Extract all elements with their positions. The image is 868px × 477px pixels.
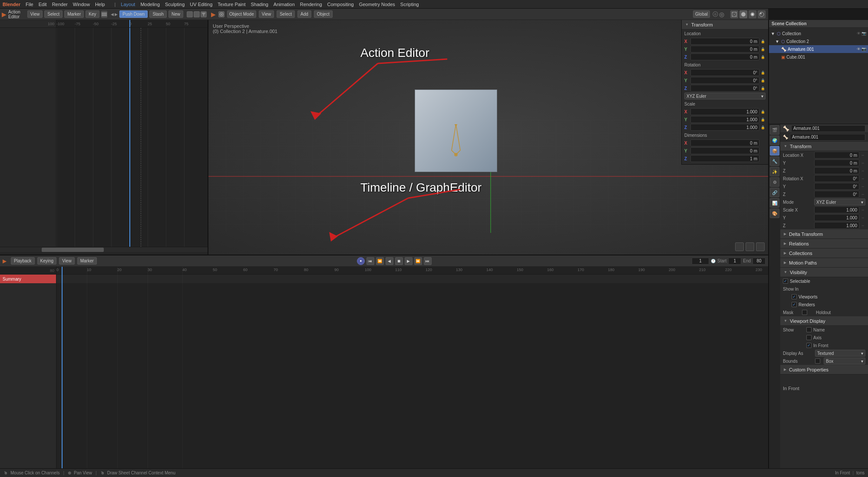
- stop-btn[interactable]: ⏹: [395, 257, 403, 265]
- ae-icon1[interactable]: [187, 11, 193, 17]
- name-checkbox[interactable]: [806, 327, 812, 332]
- mask-checkbox[interactable]: [802, 310, 807, 315]
- xyz-euler-dropdown[interactable]: XYZ Euler ▾: [684, 93, 766, 99]
- loc-x-lock[interactable]: 🔒: [760, 38, 766, 45]
- scale-x-lock[interactable]: 🔒: [760, 108, 766, 115]
- jump-start-btn[interactable]: ⏮: [366, 257, 374, 265]
- rot-z-value[interactable]: 0°: [690, 85, 759, 92]
- obj-rot-x-lock[interactable]: ↔: [860, 175, 865, 182]
- ae-filter-icon[interactable]: [201, 11, 207, 17]
- bounds-checkbox[interactable]: [815, 358, 820, 364]
- obj-rot-y-val[interactable]: 0°: [814, 183, 859, 190]
- loc-z-lock[interactable]: 🔒: [760, 53, 766, 60]
- ae-select-btn[interactable]: Select: [44, 10, 63, 18]
- menu-rendering[interactable]: Rendering: [300, 2, 322, 7]
- menu-modeling[interactable]: Modeling: [140, 2, 160, 7]
- jump-prev-btn[interactable]: ⏪: [376, 257, 384, 265]
- ae-marker-btn[interactable]: Marker: [64, 10, 84, 18]
- scale-x-value[interactable]: 1.000: [690, 108, 759, 115]
- start-frame-field[interactable]: 1: [728, 258, 741, 265]
- ae-new-btn[interactable]: New: [168, 10, 183, 18]
- obj-loc-z-val[interactable]: 0 m: [814, 167, 859, 174]
- vp-object-btn[interactable]: Object: [314, 10, 333, 18]
- eye-icon[interactable]: 👁: [857, 31, 861, 36]
- prop-physics-icon[interactable]: ⚙: [770, 177, 779, 187]
- prop-world-icon[interactable]: 🌍: [770, 136, 779, 145]
- transform-section-title[interactable]: ▼ Transform: [682, 20, 768, 30]
- play-reverse-btn[interactable]: ◀: [386, 257, 393, 265]
- camera-icon[interactable]: 📷: [861, 31, 866, 36]
- obj-scale-y-lock[interactable]: ↔: [860, 214, 865, 221]
- menu-window[interactable]: Window: [73, 2, 90, 7]
- timeline-content-area[interactable]: 0 10 20 30 40 50 60 70 80 90 100 110 120…: [56, 267, 768, 477]
- material-preview-icon[interactable]: [749, 10, 756, 18]
- visibility-title[interactable]: ▼ Visibility: [780, 268, 868, 277]
- dim-z-value[interactable]: 1 m: [690, 155, 759, 162]
- scale-z-lock[interactable]: 🔒: [760, 124, 766, 131]
- collections-title[interactable]: ▶ Collections: [780, 248, 868, 258]
- camera-icon-2[interactable]: 📷: [861, 47, 866, 51]
- rot-x-value[interactable]: 0°: [690, 69, 759, 76]
- menu-layout[interactable]: Layout: [121, 2, 135, 7]
- obj-scale-z-lock[interactable]: ↔: [860, 222, 865, 229]
- obj-loc-x-val[interactable]: 0 m: [814, 152, 859, 159]
- menu-uv-editing[interactable]: UV Editing: [190, 2, 212, 7]
- transform-title[interactable]: ▼ Transform: [780, 142, 868, 151]
- ae-options-icon[interactable]: [101, 11, 108, 18]
- action-timeline-area[interactable]: [56, 28, 208, 247]
- obj-loc-y-val[interactable]: 0 m: [814, 159, 859, 166]
- rot-x-lock[interactable]: 🔒: [760, 69, 766, 76]
- solid-view-icon[interactable]: [739, 10, 747, 18]
- scale-y-lock[interactable]: 🔒: [760, 116, 766, 123]
- action-editor-scrollthumb[interactable]: [42, 248, 104, 252]
- object-name-field[interactable]: Armature.001: [791, 125, 865, 132]
- menu-scripting[interactable]: Scripting: [400, 2, 419, 7]
- preview-icon-3[interactable]: [756, 242, 765, 251]
- menu-compositing[interactable]: Compositing: [327, 2, 354, 7]
- ruler-right-area[interactable]: -100 -75 -50 -25 0 25 50 75: [56, 20, 208, 27]
- menu-animation[interactable]: Animation: [274, 2, 295, 7]
- menu-file[interactable]: File: [26, 2, 33, 7]
- obj-loc-y-lock[interactable]: ↔: [860, 159, 865, 166]
- orientation-dropdown[interactable]: Global: [693, 10, 710, 18]
- play-btn[interactable]: ▶: [405, 257, 413, 265]
- selectable-checkbox[interactable]: [783, 278, 788, 284]
- renders-checkbox[interactable]: [792, 302, 797, 307]
- scale-y-value[interactable]: 1.000: [690, 116, 759, 123]
- proportional-edit-icon[interactable]: ◎: [719, 11, 724, 18]
- prop-object-icon[interactable]: 📦: [770, 146, 779, 156]
- loc-y-value[interactable]: 0 m: [690, 46, 759, 53]
- menu-shading[interactable]: Shading: [251, 2, 268, 7]
- custom-props-title[interactable]: ▶ Custom Properties: [780, 365, 868, 374]
- prop-constraints-icon[interactable]: 🔗: [770, 188, 779, 197]
- vp-view-btn[interactable]: View: [259, 10, 274, 18]
- obj-scale-y-val[interactable]: 1.000: [814, 214, 859, 221]
- menu-render[interactable]: Render: [52, 2, 68, 7]
- tree-item-cube[interactable]: ▣ Cube.001: [769, 53, 868, 61]
- object-mode-dropdown[interactable]: Object Mode: [227, 10, 256, 18]
- ae-icon2[interactable]: [194, 11, 200, 17]
- tl-marker-btn[interactable]: Marker: [77, 257, 97, 265]
- ae-push-down-btn[interactable]: Push Down: [119, 10, 148, 18]
- menu-geometry-nodes[interactable]: Geometry Nodes: [359, 2, 395, 7]
- relations-title[interactable]: ▶ Relations: [780, 239, 868, 248]
- ae-key-btn[interactable]: Key: [86, 10, 99, 18]
- tree-item-armature[interactable]: 🦴 Armature.001 👁 📷: [769, 45, 868, 53]
- viewport-3d[interactable]: User Perspective (0) Collection 2 | Arma…: [208, 20, 768, 255]
- obj-loc-z-lock[interactable]: ↔: [860, 167, 865, 174]
- tree-item-collection[interactable]: ▼ ⬡ Collection 👁 📷: [769, 30, 868, 37]
- dim-y-value[interactable]: 0 m: [690, 147, 759, 154]
- rot-y-value[interactable]: 0°: [690, 77, 759, 84]
- scale-z-value[interactable]: 1.000: [690, 124, 759, 131]
- obj-rot-y-lock[interactable]: ↔: [860, 183, 865, 190]
- in-front-checkbox[interactable]: [806, 343, 812, 348]
- action-editor-scrollbar[interactable]: [0, 247, 208, 252]
- viewport-display-title[interactable]: ▼ Viewport Display: [780, 316, 868, 326]
- viewports-checkbox[interactable]: [792, 294, 797, 299]
- axis-checkbox[interactable]: [806, 335, 812, 340]
- obj-euler-dropdown[interactable]: XYZ Euler ▾: [814, 199, 865, 205]
- ae-stash-btn[interactable]: Stash: [149, 10, 167, 18]
- wireframe-icon[interactable]: [730, 10, 738, 18]
- menu-texture-paint[interactable]: Texture Paint: [218, 2, 245, 7]
- obj-scale-x-val[interactable]: 1.000: [814, 206, 859, 213]
